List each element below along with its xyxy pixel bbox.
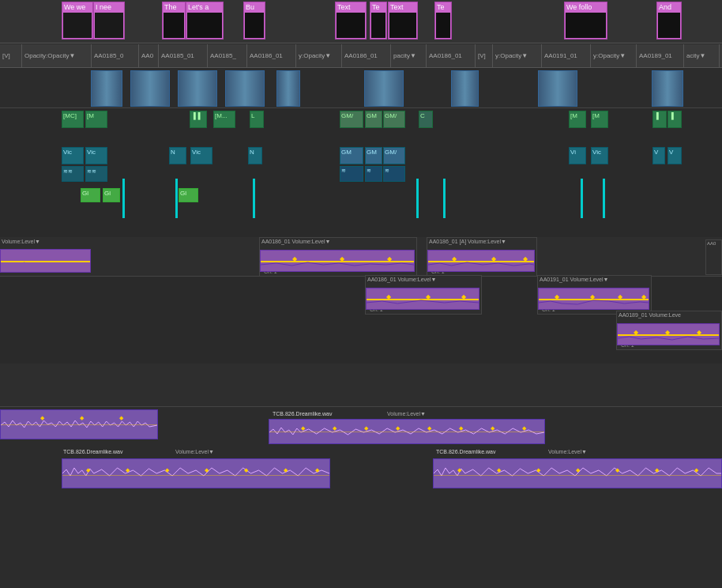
vic-clip-vi1[interactable]: Vi — [569, 147, 586, 164]
title-clip-8[interactable]: Text — [388, 2, 418, 40]
gl-clip-1[interactable]: Gl — [81, 188, 100, 202]
title-clip-11[interactable]: And — [656, 2, 682, 40]
vol-label-3[interactable]: AA0186_01 [A] Volume:Level▼ — [429, 239, 506, 244]
track-header-opacity2[interactable]: y:Opacity▼ — [296, 44, 342, 67]
vol-label-music-2[interactable]: Volume:Level▼ — [387, 411, 426, 416]
vic-clip-7[interactable]: ≋≋ — [85, 166, 107, 182]
video-clip-9[interactable] — [652, 70, 683, 107]
audio-clip-1[interactable] — [0, 249, 91, 273]
track-header-aa0[interactable]: AA0 — [139, 44, 159, 67]
teal-bar-6 — [581, 179, 583, 218]
vol-label-music-3[interactable]: Volume:Level▼ — [175, 449, 214, 454]
video-clip-6[interactable] — [364, 70, 404, 107]
vic-clip-9[interactable]: GM — [365, 147, 382, 164]
vic-clip-10[interactable]: GM/ — [383, 147, 405, 164]
title-clip-3[interactable]: The — [162, 2, 186, 40]
music-clip-3[interactable]: ◆ ◆ ◆ ◆ ◆ ◆ ◆ — [62, 458, 330, 488]
track-header-aa0186-01a[interactable]: AA0186_01 — [247, 44, 296, 67]
track-header-acity[interactable]: acity▼ — [684, 44, 720, 67]
vic-clip-gm-wave1[interactable]: ≋ — [340, 166, 363, 182]
track-header-opacity1[interactable]: Opacity:Opacity▼ — [22, 44, 92, 67]
video-clip-3[interactable] — [178, 70, 217, 107]
vic-clip-gm-wave2[interactable]: ≋ — [365, 166, 382, 182]
music-clip-1[interactable]: ◆ ◆ ◆ — [0, 409, 158, 439]
track-header-opacity4[interactable]: y:Opacity▼ — [591, 44, 637, 67]
motion-clip-mc1[interactable]: [MC] — [62, 111, 84, 128]
motion-clip-mc5[interactable]: L — [250, 111, 264, 128]
empty-track-area — [0, 364, 722, 407]
vic-clip-5[interactable]: N — [248, 147, 262, 164]
audio-track-7: AA0 — [705, 239, 722, 275]
motion-clip-gm2[interactable]: GM — [365, 111, 382, 128]
track-header-aa0186-01b[interactable]: AA0186_01 — [342, 44, 391, 67]
vol-label-1[interactable]: Volume:Level▼ — [2, 239, 40, 244]
vic-clip-3[interactable]: N — [169, 147, 186, 164]
video-track-row — [0, 69, 722, 108]
vic-clip-6[interactable]: ≋≋ — [62, 166, 84, 182]
title-clip-6[interactable]: Text — [335, 2, 367, 40]
title-clip-1[interactable]: We we — [62, 2, 93, 40]
motion-clip-mc3[interactable]: ▐▐ — [190, 111, 207, 128]
video-clip-7[interactable] — [451, 70, 479, 107]
track-header-v2[interactable]: [V] — [476, 44, 493, 67]
vic-clip-vi4[interactable]: V — [667, 147, 682, 164]
video-clip-8[interactable] — [538, 70, 577, 107]
vol-label-6[interactable]: AA0189_01 Volume:Leve — [619, 312, 681, 318]
title-clip-4[interactable]: Let's a — [186, 2, 224, 40]
track-header-aa0185-01[interactable]: AA0185_01 — [159, 44, 208, 67]
audio-track-2: AA0186_01 Volume:Level▼ Ch. 1 ◆ ◆ ◆ — [259, 237, 417, 277]
audio-clip-4[interactable]: ◆ ◆ ◆ — [366, 288, 479, 310]
track-header-aa0191[interactable]: AA0191_01 — [542, 44, 591, 67]
gl-clip-3[interactable]: Gl — [179, 188, 198, 202]
title-clips-row: We we I nee The Let's a Bu Text Te Text … — [0, 0, 722, 43]
video-clip-5[interactable] — [276, 70, 300, 107]
music-clip-label-3: TCB.826.Dreamlike.wav — [63, 449, 122, 454]
vic-clip-vi2[interactable]: Vic — [591, 147, 608, 164]
audio-clip-6[interactable]: ◆ ◆ ◆ — [617, 323, 720, 345]
music-clip-label-4: TCB.826.Dreamlike.wav — [436, 449, 495, 454]
motion-clip-mc4[interactable]: [M... — [213, 111, 235, 128]
vic-clip-gm-wave3[interactable]: ≋ — [383, 166, 405, 182]
vic-clip-8[interactable]: GM — [340, 147, 363, 164]
track-header-aa0186-01c[interactable]: AA0186_01 — [427, 44, 476, 67]
vic-clip-4[interactable]: Vic — [190, 147, 212, 164]
vol-label-7: AA0 — [707, 241, 716, 246]
title-clip-2[interactable]: I nee — [93, 2, 125, 40]
vol-label-4[interactable]: AA0186_01 Volume:Level▼ — [367, 277, 437, 282]
motion-clip-mc6[interactable]: [M — [569, 111, 586, 128]
vol-label-5[interactable]: AA0191_01 Volume:Level▼ — [540, 277, 609, 282]
vol-label-2[interactable]: AA0186_01 Volume:Level▼ — [261, 239, 331, 244]
music-clip-2[interactable]: ◆ ◆ ◆ ◆ ◆ ◆ ◆ ◆ — [269, 419, 545, 444]
motion-clip-gm3[interactable]: GM/ — [383, 111, 405, 128]
audio-track-6: AA0189_01 Volume:Leve Ch. 1 ◆ ◆ ◆ — [616, 311, 722, 350]
video-clip-1[interactable] — [91, 70, 122, 107]
title-clip-9[interactable]: Te — [434, 2, 452, 40]
audio-clip-2[interactable]: ◆ ◆ ◆ — [260, 250, 415, 272]
audio-clip-5[interactable]: ◆ ◆ ◆ ◆ — [538, 288, 649, 310]
video-clip-2[interactable] — [130, 70, 170, 107]
title-clip-7[interactable]: Te — [370, 2, 387, 40]
motion-clip-mc7[interactable]: [M — [591, 111, 608, 128]
track-header-v[interactable]: [V] — [0, 44, 22, 67]
video-clip-4[interactable] — [225, 70, 265, 107]
gl-clip-2[interactable]: Gl — [103, 188, 120, 202]
title-clip-5[interactable]: Bu — [243, 2, 265, 40]
track-header-row: [V] Opacity:Opacity▼ AA0185_0 AA0 AA0185… — [0, 44, 722, 68]
track-header-aa0185-0[interactable]: AA0185_0 — [92, 44, 139, 67]
track-header-pacityv[interactable]: pacity▼ — [391, 44, 427, 67]
track-header-aa0185x[interactable]: AA0185_ — [208, 44, 247, 67]
motion-clip-mc9[interactable]: ▐ — [667, 111, 682, 128]
title-clip-10[interactable]: We follo — [564, 2, 607, 40]
vol-label-music-4[interactable]: Volume:Level▼ — [548, 449, 587, 454]
track-header-aa0189[interactable]: AA0189_01 — [637, 44, 684, 67]
audio-clip-3[interactable]: ◆ ◆ ◆ — [427, 250, 535, 272]
motion-clip-mc2[interactable]: [M — [85, 111, 107, 128]
vic-clip-2[interactable]: Vic — [85, 147, 107, 164]
vic-clip-1[interactable]: Vic — [62, 147, 84, 164]
motion-clip-gm1[interactable]: GM/ — [340, 111, 363, 128]
vic-clip-vi3[interactable]: V — [652, 147, 665, 164]
track-header-opacity3[interactable]: y:Opacity▼ — [493, 44, 542, 67]
music-clip-4[interactable]: ◆ ◆ ◆ ◆ ◆ ◆ ◆ — [433, 458, 722, 488]
motion-clip-mc8[interactable]: ▐ — [652, 111, 667, 128]
motion-clip-c1[interactable]: C — [419, 111, 433, 128]
